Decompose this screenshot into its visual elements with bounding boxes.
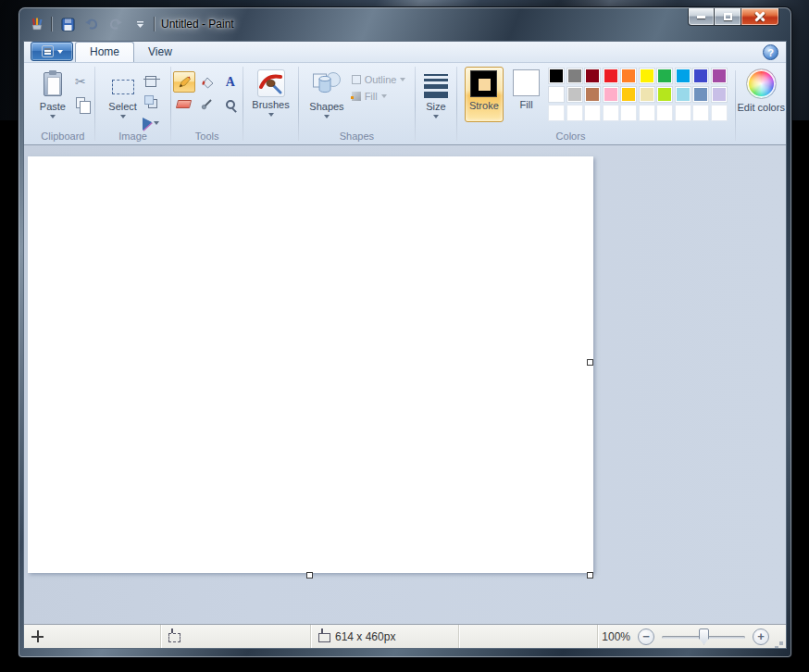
help-button[interactable]: ? [763,44,778,60]
ribbon: Paste ✂ Clipboard Select [24,63,786,145]
palette-empty-slot[interactable] [657,106,672,120]
palette-color[interactable] [621,68,636,83]
gallery-indicator-dot [351,96,354,99]
palette-color[interactable] [567,87,582,102]
palette-color[interactable] [693,68,708,83]
palette-empty-slot[interactable] [549,106,564,120]
palette-color[interactable] [621,87,636,102]
cursor-position-icon [31,630,44,642]
copy-icon [76,97,85,108]
drawing-canvas[interactable] [28,156,593,573]
palette-color[interactable] [657,68,672,83]
maximize-icon [724,13,732,20]
brush-icon [259,71,283,95]
size-button[interactable]: Size [419,67,453,144]
pencil-tool-button[interactable] [173,71,195,93]
fill-color-button[interactable]: Fill [507,67,546,122]
chevron-down-icon [324,115,330,121]
edit-colors-button[interactable]: Edit colors [736,67,786,144]
palette-color[interactable] [604,87,618,102]
fill-tool-button[interactable] [196,71,218,93]
canvas-resize-handle-corner[interactable] [587,572,593,579]
palette-color[interactable] [549,68,564,83]
shapes-icon [312,71,342,97]
palette-color[interactable] [712,68,727,83]
group-clipboard: Paste ✂ Clipboard [31,63,94,144]
selection-size-icon [168,633,180,642]
select-icon [112,80,134,94]
group-label-colors: Colors [457,131,684,142]
image-size-cell: 614 x 460px [311,625,459,648]
crop-button[interactable] [142,72,160,91]
redo-button[interactable] [106,16,125,32]
palette-color[interactable] [640,68,654,83]
save-button[interactable] [58,16,77,32]
magnifier-tool-button[interactable] [219,93,242,115]
palette-color[interactable] [585,68,600,83]
palette-empty-slot[interactable] [604,106,618,120]
color-picker-tool-button[interactable] [196,93,218,115]
palette-empty-slot[interactable] [567,106,582,120]
copy-button[interactable] [71,93,90,112]
canvas-resize-handle-right[interactable] [587,359,593,366]
palette-color[interactable] [676,87,691,102]
group-label-shapes: Shapes [299,131,415,142]
cut-icon: ✂ [75,74,86,89]
palette-color[interactable] [640,87,654,102]
pencil-icon [177,75,192,90]
window-resize-grip[interactable] [779,641,783,645]
text-tool-button[interactable]: A [219,71,242,93]
eraser-tool-button[interactable] [173,93,195,115]
palette-empty-slot[interactable] [676,106,691,120]
tab-view[interactable]: View [134,43,186,62]
palette-color[interactable] [604,68,618,83]
palette-empty-slot[interactable] [693,106,708,120]
palette-color[interactable] [549,87,564,102]
palette-color[interactable] [676,68,691,83]
resize-icon [148,99,157,108]
canvas-resize-handle-bottom[interactable] [306,572,313,579]
color-wheel-icon [746,68,777,99]
client-area: Home View ? Paste ✂ Clipboard [23,41,787,649]
shape-fill-button[interactable]: Fill [352,91,406,102]
text-tool-icon: A [226,75,235,90]
zoom-slider[interactable] [662,628,745,645]
selection-size-cell [161,625,311,648]
undo-button[interactable] [82,16,101,32]
group-tools: A Tools [171,63,243,144]
zoom-out-button[interactable]: − [638,628,654,645]
zoom-slider-thumb[interactable] [699,628,709,645]
palette-empty-slot[interactable] [585,106,600,120]
palette-color[interactable] [657,87,672,102]
chevron-down-icon [381,94,387,101]
zoom-in-button[interactable]: + [753,628,769,645]
palette-color[interactable] [585,87,600,102]
palette-empty-slot[interactable] [712,106,727,120]
fill-swatch [513,69,540,96]
close-button[interactable] [741,8,779,26]
palette-color[interactable] [712,87,727,102]
paint-app-icon[interactable] [28,16,46,32]
minimize-button[interactable] [688,8,715,26]
tab-home[interactable]: Home [75,42,134,62]
fill-bucket-icon [200,75,215,90]
brushes-button[interactable]: Brushes [250,67,291,144]
status-bar: 614 x 460px 100% − + [24,624,786,648]
shape-outline-button[interactable]: Outline [352,74,406,85]
cut-button[interactable]: ✂ [71,72,90,91]
customize-qat-dropdown[interactable] [131,16,149,32]
image-size-icon [318,633,330,642]
stroke-color-button[interactable]: Stroke [465,67,504,122]
maximize-button[interactable] [715,8,741,26]
chevron-down-icon [120,115,126,121]
qat-separator [155,17,156,31]
palette-empty-slot[interactable] [640,106,654,120]
line-size-icon [424,74,448,98]
palette-color[interactable] [693,87,708,102]
palette-empty-slot[interactable] [621,106,636,120]
work-area [24,145,786,624]
application-menu-button[interactable] [31,42,73,61]
resize-button[interactable] [142,93,160,112]
palette-color[interactable] [567,68,582,83]
chevron-down-icon [400,78,405,84]
